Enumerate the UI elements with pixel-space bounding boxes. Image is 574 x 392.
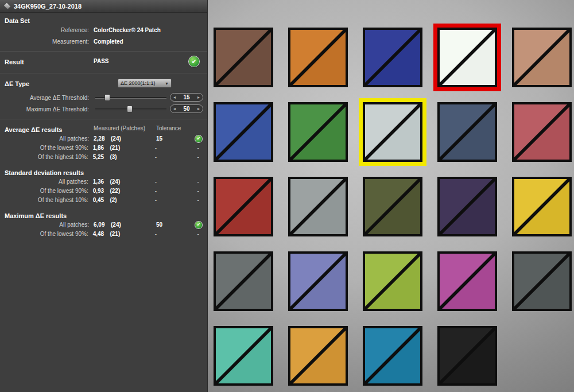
de-type-selected-value: ΔE 2000(1:1:1) xyxy=(121,80,156,86)
results-section-header: Average ΔE resultsMeasured (Patches)Tole… xyxy=(5,124,203,134)
title-bar: 34GK950G_27-10-2018 xyxy=(0,0,207,13)
status-dash: - xyxy=(193,197,203,203)
patch-white[interactable] xyxy=(437,28,497,87)
patch-swatch xyxy=(440,30,495,85)
row-label: Of the highest 10%: xyxy=(5,197,93,203)
row-label: All patches: xyxy=(5,178,93,185)
patch-swatch xyxy=(290,328,346,383)
pass-check-icon: ✔ xyxy=(195,222,202,228)
average-threshold-slider[interactable] xyxy=(95,97,166,99)
patch-teal[interactable] xyxy=(214,326,273,386)
data-set-section: Data Set Reference: ColorChecker® 24 Pat… xyxy=(0,13,207,51)
data-set-heading: Data Set xyxy=(5,17,203,24)
patch-count: (24) xyxy=(111,222,156,228)
patch-red[interactable] xyxy=(214,177,273,236)
patch-blue[interactable] xyxy=(214,102,273,162)
row-label: Of the lowest 90%: xyxy=(5,231,93,237)
patch-yellow-green[interactable] xyxy=(363,251,422,311)
patch-swatch xyxy=(216,328,271,383)
results-row: Of the highest 10%:0,45(2)-- xyxy=(5,195,203,204)
results-row: All patches:1,36(24)-- xyxy=(5,177,203,186)
slider-thumb[interactable] xyxy=(104,94,110,101)
patch-swatch xyxy=(365,179,420,234)
patch-olive[interactable] xyxy=(363,177,422,236)
patch-amber[interactable] xyxy=(288,326,348,386)
patch-swatch xyxy=(365,328,420,383)
patch-swatch xyxy=(365,104,420,160)
patch-swatch xyxy=(440,104,495,160)
increment-icon[interactable]: ▸ xyxy=(197,107,200,111)
patch-yellow[interactable] xyxy=(512,177,572,236)
decrement-icon[interactable]: ◂ xyxy=(173,107,176,111)
patch-dark-blue[interactable] xyxy=(363,28,422,87)
average-threshold-label: Average ΔE Threshold: xyxy=(5,95,94,101)
tolerance-value: - xyxy=(155,154,193,160)
de-type-section: ΔE Type ΔE 2000(1:1:1) ▼ Average ΔE Thre… xyxy=(0,73,207,119)
patch-preview-area xyxy=(208,0,574,392)
measurement-value: Completed xyxy=(94,38,123,45)
maximum-threshold-row: Maximum ΔE Threshold: ◂ 50 ▸ xyxy=(5,103,203,115)
results-section-title: Average ΔE results xyxy=(5,126,62,133)
measurement-label: Measurement: xyxy=(5,38,94,45)
patch-count: (24) xyxy=(111,135,156,142)
row-label: All patches: xyxy=(5,135,94,142)
status-dash: - xyxy=(193,145,203,151)
tolerance-value: - xyxy=(155,188,193,194)
patch-swatch xyxy=(365,254,420,309)
patch-green[interactable] xyxy=(288,102,348,162)
app-icon xyxy=(4,3,10,9)
patch-mid-gray[interactable] xyxy=(214,251,273,311)
measurement-row: Measurement: Completed xyxy=(5,36,203,47)
patch-dark-gray[interactable] xyxy=(512,251,572,311)
reference-value: ColorChecker® 24 Patch xyxy=(94,27,161,33)
patch-black[interactable] xyxy=(437,326,497,386)
de-type-row: ΔE Type ΔE 2000(1:1:1) ▼ xyxy=(5,78,203,92)
app-window: 34GK950G_27-10-2018 Data Set Reference: … xyxy=(0,0,574,392)
patch-swatch xyxy=(440,328,495,383)
patch-count: (3) xyxy=(110,154,154,160)
row-label: Of the lowest 90%: xyxy=(5,188,93,194)
status-dash: - xyxy=(193,178,203,185)
patch-brown[interactable] xyxy=(214,28,273,87)
reference-row: Reference: ColorChecker® 24 Patch xyxy=(5,24,203,36)
decrement-icon[interactable]: ◂ xyxy=(173,95,176,100)
patch-count: (22) xyxy=(110,188,154,194)
de-type-dropdown[interactable]: ΔE 2000(1:1:1) ▼ xyxy=(118,79,172,88)
results-row: Of the lowest 90%:4,48(21)-- xyxy=(5,229,203,238)
measured-value: 1,86 xyxy=(93,145,110,151)
patch-rose[interactable] xyxy=(512,102,572,162)
results-section: Standard deviation resultsAll patches:1,… xyxy=(5,167,203,204)
patch-orange[interactable] xyxy=(288,28,348,87)
results-sections: Average ΔE resultsMeasured (Patches)Tole… xyxy=(0,119,207,248)
patch-swatch xyxy=(216,179,271,234)
patch-dark-purple[interactable] xyxy=(437,177,497,236)
patch-swatch xyxy=(290,104,346,160)
patch-swatch xyxy=(514,254,569,309)
patch-slate-blue[interactable] xyxy=(437,102,497,162)
patch-gray[interactable] xyxy=(288,177,348,236)
status-dash: - xyxy=(193,154,203,160)
maximum-threshold-spinner[interactable]: ◂ 50 ▸ xyxy=(170,104,203,113)
increment-icon[interactable]: ▸ xyxy=(197,95,200,100)
patch-swatch xyxy=(290,254,346,309)
pass-check-icon: ✔ xyxy=(189,56,199,67)
patch-lavender[interactable] xyxy=(288,251,348,311)
measured-value: 6,09 xyxy=(94,222,111,228)
measured-value: 0,45 xyxy=(93,197,110,203)
average-threshold-spinner[interactable]: ◂ 15 ▸ xyxy=(170,93,203,102)
patch-magenta[interactable] xyxy=(437,251,497,311)
patch-swatch xyxy=(514,104,569,160)
patch-cyan-blue[interactable] xyxy=(363,326,422,386)
results-section: Average ΔE resultsMeasured (Patches)Tole… xyxy=(5,124,203,161)
patch-tan[interactable] xyxy=(512,28,572,87)
patch-swatch xyxy=(290,179,346,234)
row-label: All patches: xyxy=(5,222,94,228)
patch-light-gray[interactable] xyxy=(363,102,422,162)
patch-swatch xyxy=(216,254,271,309)
results-row: All patches:6,09(24)50✔ xyxy=(5,220,203,229)
maximum-threshold-slider[interactable] xyxy=(95,108,166,110)
measured-value: 0,93 xyxy=(93,188,110,194)
slider-thumb[interactable] xyxy=(127,106,133,112)
results-row: Of the highest 10%:5,25(3)-- xyxy=(5,152,203,161)
patch-swatch xyxy=(514,30,569,85)
